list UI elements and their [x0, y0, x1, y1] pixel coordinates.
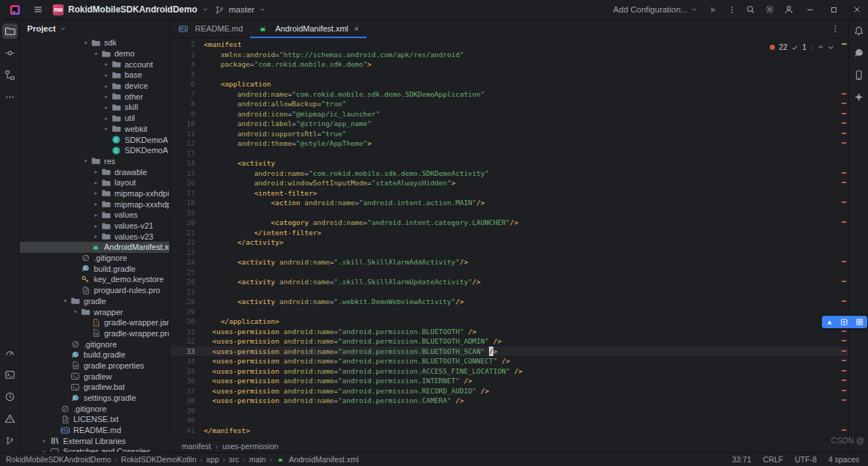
code-line-13[interactable]: 13	[170, 149, 848, 159]
error-stripe-mark[interactable]	[842, 399, 847, 401]
chevron-expanded-icon[interactable]: ▾	[81, 158, 90, 164]
error-stripe-mark[interactable]	[842, 142, 847, 144]
code-line-21[interactable]: 21 </intent-filter>	[170, 228, 848, 238]
tree-item-build-gradle[interactable]: build.gradle	[20, 350, 169, 360]
tree-item-sdkdemoa[interactable]: CSDKDemoA	[20, 145, 169, 156]
code-line-29[interactable]: 29	[170, 307, 848, 317]
tree-item-external-libraries[interactable]: ▸External Libraries	[20, 435, 169, 446]
tree-item--gitignore[interactable]: .gitignore	[20, 339, 169, 350]
chevron-expanded-icon[interactable]: ▾	[81, 40, 90, 46]
run-button[interactable]	[704, 1, 721, 18]
code-line-24[interactable]: 24 <activity android:name=".skill.SkillA…	[170, 257, 848, 267]
chevron-collapsed-icon[interactable]: ▸	[92, 201, 100, 207]
chevron-collapsed-icon[interactable]: ▸	[92, 212, 100, 218]
tree-item-demo[interactable]: ▾demo	[20, 48, 169, 59]
path-item[interactable]: app	[206, 455, 219, 464]
code-line-39[interactable]: 39	[170, 406, 848, 416]
tree-item-device[interactable]: ▸device	[20, 81, 169, 92]
path-item[interactable]: RokidMobileSDKAndroidDemo	[6, 455, 111, 464]
chevron-expanded-icon[interactable]: ▾	[61, 297, 70, 304]
code-line-3[interactable]: 3 xmlns:android="http://schemas.android.…	[170, 50, 848, 60]
project-tool-icon[interactable]	[2, 23, 18, 39]
tree-item-settings-gradle[interactable]: settings.gradle	[20, 393, 169, 404]
code-line-23[interactable]: 23	[170, 248, 848, 258]
tree-item-base[interactable]: ▸base	[20, 70, 169, 81]
error-stripe-mark[interactable]	[842, 350, 847, 352]
tree-item-account[interactable]: ▸account	[20, 59, 169, 70]
error-stripe-mark[interactable]	[842, 340, 847, 341]
code-line-15[interactable]: 15 android:name="com.rokid.mobile.sdk.de…	[170, 169, 848, 179]
code-line-40[interactable]: 40	[170, 415, 848, 426]
error-stripe-mark[interactable]	[842, 122, 847, 124]
code-line-6[interactable]: 6 <application	[170, 79, 848, 89]
chevron-collapsed-icon[interactable]: ▸	[102, 61, 111, 67]
vcs-branch-widget[interactable]: master	[215, 5, 266, 15]
error-stripe-mark[interactable]	[842, 103, 847, 104]
code-line-31[interactable]: 31 <uses-permission android:name="androi…	[170, 327, 848, 337]
chevron-collapsed-icon[interactable]: ▸	[92, 169, 100, 175]
tab-readme[interactable]: README.md	[170, 20, 250, 37]
tree-item-values-v23[interactable]: ▸values-v23	[20, 231, 169, 242]
warning-stripe-mark[interactable]	[842, 43, 847, 45]
chevron-collapsed-icon[interactable]: ▸	[102, 83, 111, 89]
previous-problem-icon[interactable]	[817, 44, 824, 51]
tree-item-gradlew[interactable]: gradlew	[20, 371, 169, 382]
code-line-20[interactable]: 20 <category android:name="android.inten…	[170, 218, 848, 228]
next-problem-icon[interactable]	[828, 44, 834, 51]
close-button[interactable]	[846, 0, 868, 19]
code-line-36[interactable]: 36 <uses-permission android:name="androi…	[170, 376, 848, 386]
code-line-9[interactable]: 9 android:icon="@mipmap/ic_launcher"	[170, 109, 848, 119]
indent-widget[interactable]: 4 spaces	[828, 455, 859, 464]
chevron-collapsed-icon[interactable]: ▸	[102, 72, 111, 78]
error-stripe[interactable]	[839, 38, 848, 440]
chevron-collapsed-icon[interactable]: ▸	[92, 180, 100, 186]
chevron-collapsed-icon[interactable]: ▸	[40, 437, 49, 444]
error-stripe-mark[interactable]	[842, 93, 847, 95]
git-tool-icon[interactable]	[2, 433, 18, 448]
chevron-collapsed-icon[interactable]: ▸	[102, 104, 111, 111]
code-line-11[interactable]: 11 android:supportsRtl="true"	[170, 129, 848, 139]
profiler-tool-icon[interactable]	[2, 345, 18, 360]
error-stripe-mark[interactable]	[842, 300, 847, 302]
code-line-10[interactable]: 10 android:label="@string/app_name"	[170, 119, 848, 129]
code-line-14[interactable]: 14 <activity	[170, 158, 848, 169]
path-item[interactable]: main	[249, 455, 266, 464]
error-stripe-mark[interactable]	[842, 182, 847, 183]
error-stripe-mark[interactable]	[842, 201, 847, 203]
chevron-expanded-icon[interactable]: ▾	[71, 308, 80, 315]
gradle-tool-icon[interactable]	[851, 45, 867, 61]
maximize-button[interactable]	[823, 0, 845, 19]
error-stripe-mark[interactable]	[842, 390, 847, 391]
error-stripe-mark[interactable]	[842, 221, 847, 223]
code-line-34[interactable]: 34 <uses-permission android:name="androi…	[170, 356, 848, 366]
settings-gear-icon[interactable]	[761, 1, 779, 18]
code-line-7[interactable]: 7 android:name="com.rokid.mobile.sdk.dem…	[170, 89, 848, 100]
code-line-17[interactable]: 17 <intent-filter>	[170, 188, 848, 199]
code-editor[interactable]: 2<manifest3 xmlns:android="http://schema…	[170, 38, 848, 440]
tree-item-scratches-and-consoles[interactable]: ▸Scratches and Consoles	[20, 446, 169, 452]
code-line-26[interactable]: 26 <activity android:name=".skill.SkillA…	[170, 277, 848, 287]
tree-item-proguard-rules-pro[interactable]: proguard-rules.pro	[20, 285, 169, 296]
path-item[interactable]: AndroidManifest.xml	[289, 455, 358, 464]
error-stripe-mark[interactable]	[842, 429, 847, 431]
tree-item-util[interactable]: ▸util	[20, 113, 169, 124]
chevron-collapsed-icon[interactable]: ▸	[92, 233, 100, 240]
chevron-collapsed-icon[interactable]: ▸	[102, 125, 111, 132]
code-line-22[interactable]: 22 </activity>	[170, 237, 848, 248]
error-stripe-mark[interactable]	[842, 261, 847, 262]
tree-item-skill[interactable]: ▸skill	[20, 102, 169, 113]
ai-assistant-icon[interactable]	[851, 89, 867, 105]
notifications-bell-icon[interactable]	[851, 23, 867, 39]
code-line-16[interactable]: 16 android:windowSoftInputMode="stateAlw…	[170, 178, 848, 188]
status-file-path[interactable]: RokidMobileSDKAndroidDemo›RokidSDKDemoKo…	[6, 455, 358, 465]
tree-item-values-v21[interactable]: ▸values-v21	[20, 221, 169, 232]
main-menu-icon[interactable]	[29, 1, 47, 18]
inspections-widget[interactable]: 22 1	[766, 42, 838, 53]
code-line-8[interactable]: 8 android:allowBackup="true"	[170, 99, 848, 109]
tree-item-gradle-wrapper-jar[interactable]: gradle-wrapper.jar	[20, 317, 169, 328]
code-line-5[interactable]: 5	[170, 70, 848, 80]
error-stripe-mark[interactable]	[842, 281, 847, 282]
error-stripe-mark[interactable]	[842, 133, 847, 134]
code-line-32[interactable]: 32 <uses-permission android:name="androi…	[170, 336, 848, 347]
code-line-35[interactable]: 35 <uses-permission android:name="androi…	[170, 366, 848, 377]
